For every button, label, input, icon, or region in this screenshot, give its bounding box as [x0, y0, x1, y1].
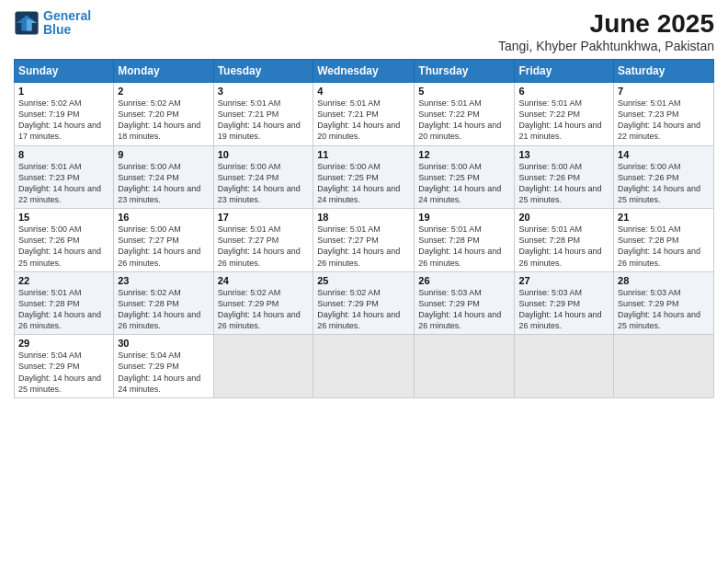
- calendar-cell: 27Sunrise: 5:03 AMSunset: 7:29 PMDayligh…: [515, 271, 614, 335]
- logo-icon: [14, 10, 40, 36]
- calendar-cell: 20Sunrise: 5:01 AMSunset: 7:28 PMDayligh…: [515, 209, 614, 272]
- week-row-4: 22Sunrise: 5:01 AMSunset: 7:28 PMDayligh…: [15, 271, 714, 335]
- calendar-cell: 24Sunrise: 5:02 AMSunset: 7:29 PMDayligh…: [213, 271, 313, 335]
- calendar-cell: [313, 335, 415, 398]
- day-number: 26: [418, 275, 510, 286]
- calendar-cell: 17Sunrise: 5:01 AMSunset: 7:27 PMDayligh…: [213, 209, 313, 272]
- calendar-cell: 1Sunrise: 5:02 AMSunset: 7:19 PMDaylight…: [15, 83, 114, 146]
- cell-details: Sunrise: 5:04 AMSunset: 7:29 PMDaylight:…: [18, 350, 109, 395]
- calendar-cell: 30Sunrise: 5:04 AMSunset: 7:29 PMDayligh…: [114, 335, 213, 398]
- calendar-cell: 14Sunrise: 5:00 AMSunset: 7:26 PMDayligh…: [614, 145, 714, 209]
- page: General Blue June 2025 Tangi, Khyber Pak…: [0, 0, 728, 563]
- day-number: 14: [618, 149, 710, 160]
- cell-details: Sunrise: 5:00 AMSunset: 7:25 PMDaylight:…: [418, 161, 510, 206]
- day-number: 21: [618, 212, 710, 223]
- cell-details: Sunrise: 5:01 AMSunset: 7:23 PMDaylight:…: [18, 161, 109, 206]
- calendar-cell: [614, 335, 714, 398]
- day-number: 27: [518, 275, 609, 286]
- calendar-cell: 4Sunrise: 5:01 AMSunset: 7:21 PMDaylight…: [313, 83, 415, 146]
- week-row-3: 15Sunrise: 5:00 AMSunset: 7:26 PMDayligh…: [15, 209, 714, 272]
- day-number: 19: [418, 212, 510, 223]
- cell-details: Sunrise: 5:01 AMSunset: 7:22 PMDaylight:…: [518, 98, 609, 143]
- day-number: 24: [218, 275, 310, 286]
- calendar-cell: 11Sunrise: 5:00 AMSunset: 7:25 PMDayligh…: [313, 145, 415, 209]
- cell-details: Sunrise: 5:03 AMSunset: 7:29 PMDaylight:…: [618, 287, 710, 332]
- day-number: 13: [518, 149, 609, 160]
- cell-details: Sunrise: 5:01 AMSunset: 7:21 PMDaylight:…: [218, 98, 310, 143]
- calendar-cell: 3Sunrise: 5:01 AMSunset: 7:21 PMDaylight…: [213, 83, 313, 146]
- day-number: 22: [18, 275, 109, 286]
- cell-details: Sunrise: 5:04 AMSunset: 7:29 PMDaylight:…: [118, 350, 209, 395]
- cell-details: Sunrise: 5:00 AMSunset: 7:25 PMDaylight:…: [317, 161, 410, 206]
- calendar-cell: 13Sunrise: 5:00 AMSunset: 7:26 PMDayligh…: [515, 145, 614, 209]
- day-number: 5: [418, 86, 510, 97]
- day-number: 28: [618, 275, 710, 286]
- calendar-cell: [415, 335, 515, 398]
- day-number: 11: [317, 149, 410, 160]
- header-monday: Monday: [114, 60, 213, 83]
- calendar-table: SundayMondayTuesdayWednesdayThursdayFrid…: [14, 59, 714, 398]
- header: General Blue June 2025 Tangi, Khyber Pak…: [14, 9, 714, 53]
- calendar-cell: 9Sunrise: 5:00 AMSunset: 7:24 PMDaylight…: [114, 145, 213, 209]
- calendar-cell: 7Sunrise: 5:01 AMSunset: 7:23 PMDaylight…: [614, 83, 714, 146]
- cell-details: Sunrise: 5:02 AMSunset: 7:20 PMDaylight:…: [118, 98, 209, 143]
- day-number: 3: [218, 86, 310, 97]
- header-saturday: Saturday: [614, 60, 714, 83]
- cell-details: Sunrise: 5:02 AMSunset: 7:19 PMDaylight:…: [18, 98, 109, 143]
- cell-details: Sunrise: 5:01 AMSunset: 7:27 PMDaylight:…: [218, 224, 310, 269]
- day-number: 6: [518, 86, 609, 97]
- cell-details: Sunrise: 5:03 AMSunset: 7:29 PMDaylight:…: [518, 287, 609, 332]
- calendar-cell: 23Sunrise: 5:02 AMSunset: 7:28 PMDayligh…: [114, 271, 213, 335]
- calendar-cell: 16Sunrise: 5:00 AMSunset: 7:27 PMDayligh…: [114, 209, 213, 272]
- day-number: 29: [18, 338, 109, 349]
- calendar-cell: 28Sunrise: 5:03 AMSunset: 7:29 PMDayligh…: [614, 271, 714, 335]
- cell-details: Sunrise: 5:02 AMSunset: 7:29 PMDaylight:…: [317, 287, 410, 332]
- calendar-cell: 18Sunrise: 5:01 AMSunset: 7:27 PMDayligh…: [313, 209, 415, 272]
- day-number: 17: [218, 212, 310, 223]
- week-row-1: 1Sunrise: 5:02 AMSunset: 7:19 PMDaylight…: [15, 83, 714, 146]
- cell-details: Sunrise: 5:03 AMSunset: 7:29 PMDaylight:…: [418, 287, 510, 332]
- day-number: 15: [18, 212, 109, 223]
- calendar-header-row: SundayMondayTuesdayWednesdayThursdayFrid…: [15, 60, 714, 83]
- logo-text-block: General Blue: [43, 9, 91, 38]
- calendar-cell: 6Sunrise: 5:01 AMSunset: 7:22 PMDaylight…: [515, 83, 614, 146]
- day-number: 20: [518, 212, 609, 223]
- logo: General Blue: [14, 9, 91, 38]
- calendar-cell: 2Sunrise: 5:02 AMSunset: 7:20 PMDaylight…: [114, 83, 213, 146]
- day-number: 2: [118, 86, 209, 97]
- cell-details: Sunrise: 5:01 AMSunset: 7:21 PMDaylight:…: [317, 98, 410, 143]
- week-row-5: 29Sunrise: 5:04 AMSunset: 7:29 PMDayligh…: [15, 335, 714, 398]
- cell-details: Sunrise: 5:01 AMSunset: 7:22 PMDaylight:…: [418, 98, 510, 143]
- day-number: 10: [218, 149, 310, 160]
- calendar-cell: 22Sunrise: 5:01 AMSunset: 7:28 PMDayligh…: [15, 271, 114, 335]
- cell-details: Sunrise: 5:01 AMSunset: 7:28 PMDaylight:…: [418, 224, 510, 269]
- day-number: 25: [317, 275, 410, 286]
- calendar-cell: 15Sunrise: 5:00 AMSunset: 7:26 PMDayligh…: [15, 209, 114, 272]
- day-number: 1: [18, 86, 109, 97]
- day-number: 8: [18, 149, 109, 160]
- day-number: 30: [118, 338, 209, 349]
- day-number: 7: [618, 86, 710, 97]
- cell-details: Sunrise: 5:02 AMSunset: 7:28 PMDaylight:…: [118, 287, 209, 332]
- calendar-cell: 19Sunrise: 5:01 AMSunset: 7:28 PMDayligh…: [415, 209, 515, 272]
- header-sunday: Sunday: [15, 60, 114, 83]
- cell-details: Sunrise: 5:00 AMSunset: 7:26 PMDaylight:…: [18, 224, 109, 269]
- day-number: 18: [317, 212, 410, 223]
- week-row-2: 8Sunrise: 5:01 AMSunset: 7:23 PMDaylight…: [15, 145, 714, 209]
- calendar-cell: [213, 335, 313, 398]
- main-title: June 2025: [498, 9, 714, 39]
- calendar-cell: 25Sunrise: 5:02 AMSunset: 7:29 PMDayligh…: [313, 271, 415, 335]
- calendar-cell: 10Sunrise: 5:00 AMSunset: 7:24 PMDayligh…: [213, 145, 313, 209]
- cell-details: Sunrise: 5:00 AMSunset: 7:26 PMDaylight:…: [618, 161, 710, 206]
- day-number: 9: [118, 149, 209, 160]
- calendar-cell: 21Sunrise: 5:01 AMSunset: 7:28 PMDayligh…: [614, 209, 714, 272]
- calendar-cell: 26Sunrise: 5:03 AMSunset: 7:29 PMDayligh…: [415, 271, 515, 335]
- day-number: 23: [118, 275, 209, 286]
- header-thursday: Thursday: [415, 60, 515, 83]
- cell-details: Sunrise: 5:01 AMSunset: 7:28 PMDaylight:…: [18, 287, 109, 332]
- calendar-cell: 12Sunrise: 5:00 AMSunset: 7:25 PMDayligh…: [415, 145, 515, 209]
- day-number: 12: [418, 149, 510, 160]
- cell-details: Sunrise: 5:00 AMSunset: 7:24 PMDaylight:…: [218, 161, 310, 206]
- calendar-cell: 8Sunrise: 5:01 AMSunset: 7:23 PMDaylight…: [15, 145, 114, 209]
- cell-details: Sunrise: 5:00 AMSunset: 7:27 PMDaylight:…: [118, 224, 209, 269]
